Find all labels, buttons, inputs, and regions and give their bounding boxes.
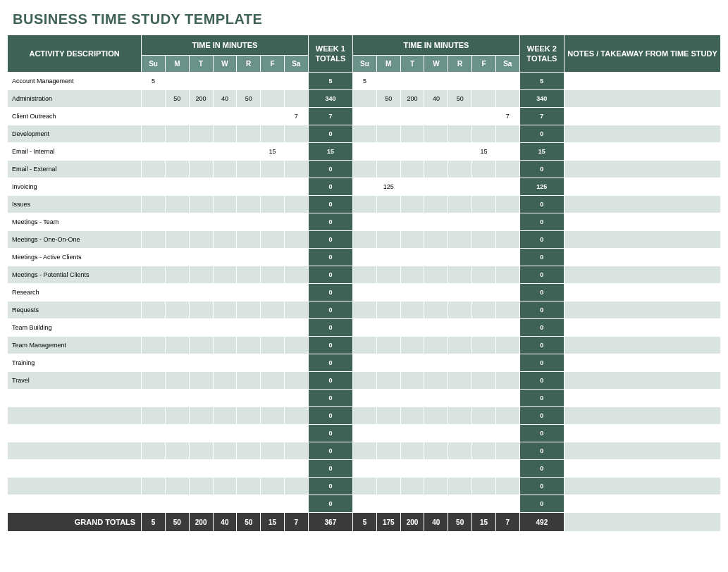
- day-cell[interactable]: [261, 73, 285, 90]
- day-cell[interactable]: [189, 301, 213, 319]
- day-cell[interactable]: [495, 125, 519, 143]
- day-cell[interactable]: [472, 319, 496, 337]
- activity-cell[interactable]: Email - Internal: [8, 143, 142, 161]
- day-cell[interactable]: [284, 143, 308, 161]
- day-cell[interactable]: [448, 442, 472, 460]
- day-cell[interactable]: [376, 249, 400, 266]
- day-cell[interactable]: [213, 231, 237, 249]
- day-cell[interactable]: [495, 161, 519, 178]
- day-cell[interactable]: [261, 213, 285, 231]
- day-cell[interactable]: [261, 337, 285, 354]
- day-cell[interactable]: [448, 196, 472, 213]
- day-cell[interactable]: [261, 108, 285, 125]
- notes-cell[interactable]: [564, 249, 721, 266]
- day-cell[interactable]: [142, 425, 166, 442]
- day-cell[interactable]: [261, 319, 285, 337]
- day-cell[interactable]: [284, 196, 308, 213]
- day-cell[interactable]: [213, 442, 237, 460]
- day-cell[interactable]: [376, 213, 400, 231]
- day-cell[interactable]: 15: [472, 143, 496, 161]
- activity-cell[interactable]: Email - External: [8, 161, 142, 178]
- day-cell[interactable]: [400, 73, 424, 90]
- notes-cell[interactable]: [564, 90, 721, 108]
- day-cell[interactable]: [284, 125, 308, 143]
- day-cell[interactable]: [237, 354, 261, 372]
- day-cell[interactable]: [284, 90, 308, 108]
- day-cell[interactable]: [400, 301, 424, 319]
- day-cell[interactable]: [237, 266, 261, 284]
- day-cell[interactable]: [284, 337, 308, 354]
- day-cell[interactable]: [448, 460, 472, 478]
- day-cell[interactable]: [165, 231, 189, 249]
- day-cell[interactable]: [472, 495, 496, 513]
- day-cell[interactable]: [472, 425, 496, 442]
- day-cell[interactable]: [237, 73, 261, 90]
- day-cell[interactable]: [353, 196, 377, 213]
- day-cell[interactable]: 50: [237, 90, 261, 108]
- day-cell[interactable]: [376, 284, 400, 301]
- day-cell[interactable]: [376, 266, 400, 284]
- day-cell[interactable]: [472, 478, 496, 495]
- notes-cell[interactable]: [564, 213, 721, 231]
- day-cell[interactable]: [261, 372, 285, 390]
- day-cell[interactable]: 200: [400, 90, 424, 108]
- notes-cell[interactable]: [564, 231, 721, 249]
- day-cell[interactable]: [261, 161, 285, 178]
- day-cell[interactable]: [213, 390, 237, 407]
- day-cell[interactable]: [189, 249, 213, 266]
- day-cell[interactable]: [495, 337, 519, 354]
- day-cell[interactable]: [284, 161, 308, 178]
- day-cell[interactable]: [165, 301, 189, 319]
- notes-cell[interactable]: [564, 460, 721, 478]
- day-cell[interactable]: [376, 161, 400, 178]
- day-cell[interactable]: [353, 108, 377, 125]
- notes-cell[interactable]: [564, 196, 721, 213]
- day-cell[interactable]: [353, 143, 377, 161]
- day-cell[interactable]: [353, 407, 377, 425]
- day-cell[interactable]: [261, 495, 285, 513]
- notes-cell[interactable]: [564, 284, 721, 301]
- activity-cell[interactable]: Meetings - Active Clients: [8, 249, 142, 266]
- day-cell[interactable]: [376, 73, 400, 90]
- day-cell[interactable]: [424, 354, 448, 372]
- notes-cell[interactable]: [564, 390, 721, 407]
- day-cell[interactable]: [495, 478, 519, 495]
- day-cell[interactable]: [284, 442, 308, 460]
- activity-cell[interactable]: Team Building: [8, 319, 142, 337]
- day-cell[interactable]: [472, 125, 496, 143]
- day-cell[interactable]: [424, 231, 448, 249]
- notes-cell[interactable]: [564, 161, 721, 178]
- activity-cell[interactable]: Invoicing: [8, 178, 142, 196]
- day-cell[interactable]: [376, 319, 400, 337]
- day-cell[interactable]: [495, 284, 519, 301]
- day-cell[interactable]: [284, 390, 308, 407]
- day-cell[interactable]: [165, 161, 189, 178]
- day-cell[interactable]: [495, 495, 519, 513]
- day-cell[interactable]: [261, 425, 285, 442]
- day-cell[interactable]: [165, 108, 189, 125]
- day-cell[interactable]: [261, 125, 285, 143]
- day-cell[interactable]: [237, 125, 261, 143]
- day-cell[interactable]: [472, 442, 496, 460]
- day-cell[interactable]: [165, 178, 189, 196]
- day-cell[interactable]: [165, 73, 189, 90]
- day-cell[interactable]: [165, 390, 189, 407]
- day-cell[interactable]: [213, 319, 237, 337]
- day-cell[interactable]: [448, 390, 472, 407]
- day-cell[interactable]: [400, 125, 424, 143]
- day-cell[interactable]: [213, 478, 237, 495]
- day-cell[interactable]: [189, 495, 213, 513]
- notes-cell[interactable]: [564, 125, 721, 143]
- day-cell[interactable]: [448, 301, 472, 319]
- day-cell[interactable]: [165, 495, 189, 513]
- day-cell[interactable]: [189, 161, 213, 178]
- day-cell[interactable]: [400, 495, 424, 513]
- day-cell[interactable]: [424, 161, 448, 178]
- day-cell[interactable]: [376, 125, 400, 143]
- day-cell[interactable]: [400, 478, 424, 495]
- day-cell[interactable]: [284, 231, 308, 249]
- day-cell[interactable]: [424, 407, 448, 425]
- day-cell[interactable]: [448, 354, 472, 372]
- day-cell[interactable]: [261, 478, 285, 495]
- activity-cell[interactable]: Requests: [8, 301, 142, 319]
